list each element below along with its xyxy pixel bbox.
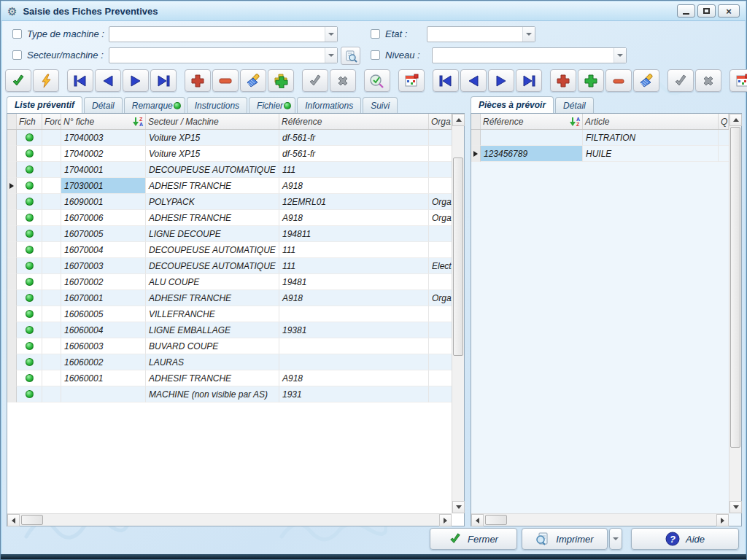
reference-cell[interactable]: 1931 [279, 386, 429, 402]
forc-cell[interactable] [42, 306, 61, 322]
reference-cell[interactable] [481, 130, 583, 146]
forc-cell[interactable] [42, 338, 61, 354]
fich-cell[interactable] [17, 194, 42, 210]
etat-combobox[interactable] [427, 26, 535, 42]
tab-informations[interactable]: Informations [297, 97, 361, 113]
niveau-combobox[interactable] [432, 47, 627, 63]
secteur-cell[interactable]: LIGNE EMBALLAGE [146, 322, 279, 338]
organe-cell[interactable] [429, 226, 452, 242]
reference-cell[interactable] [279, 306, 429, 322]
scroll-down-button[interactable] [729, 501, 742, 513]
reference-cell[interactable]: 12EMRL01 [279, 194, 429, 210]
reference-cell[interactable] [279, 338, 429, 354]
organe-cell[interactable] [429, 370, 452, 386]
n-fiche-cell[interactable]: 16090001 [61, 194, 146, 210]
pieces-nav-first-button[interactable] [433, 69, 459, 92]
secteur-cell[interactable]: LAURAS [146, 354, 279, 370]
organe-cell[interactable] [429, 338, 452, 354]
organe-cell[interactable] [429, 162, 452, 178]
tab-liste-preventif[interactable]: Liste préventif [7, 96, 82, 113]
table-row[interactable]: 16060001 ADHESIF TRANCHE A918 [7, 370, 452, 386]
n-fiche-cell[interactable]: 16060005 [61, 306, 146, 322]
forc-cell[interactable] [42, 242, 61, 258]
forc-cell[interactable] [42, 274, 61, 290]
forc-cell[interactable] [42, 354, 61, 370]
scroll-down-button[interactable] [452, 501, 465, 513]
scroll-left-button[interactable] [7, 514, 20, 526]
reference-cell[interactable]: 19381 [279, 322, 429, 338]
tab-pieces-a-prevoir[interactable]: Pièces à prévoir [471, 96, 554, 113]
row-selector-cell[interactable] [7, 290, 17, 306]
fich-cell[interactable] [17, 258, 42, 274]
scroll-up-button[interactable] [452, 114, 465, 126]
secteur-cell[interactable]: DECOUPEUSE AUTOMATIQUE [146, 258, 279, 274]
fich-cell[interactable] [17, 226, 42, 242]
reference-cell[interactable]: 123456789 [481, 146, 583, 162]
fich-cell[interactable] [17, 306, 42, 322]
secteur-cell[interactable]: LIGNE DECOUPE [146, 226, 279, 242]
table-row[interactable]: 17040003 Voiture XP15 df-561-fr [7, 130, 452, 146]
validate-button[interactable] [5, 69, 31, 92]
row-selector-cell[interactable] [7, 386, 17, 402]
reference-cell[interactable]: 111 [279, 242, 429, 258]
scroll-thumb[interactable] [453, 158, 463, 356]
secteur-cell[interactable]: Voiture XP15 [146, 146, 279, 162]
fiches-horizontal-scrollbar[interactable] [7, 513, 452, 526]
secteur-machine-checkbox[interactable] [12, 50, 22, 60]
reference-cell[interactable]: 19481 [279, 274, 429, 290]
scroll-thumb[interactable] [485, 515, 507, 525]
forc-cell[interactable] [42, 370, 61, 386]
reference-cell[interactable]: df-561-fr [279, 130, 429, 146]
reference-cell[interactable] [279, 354, 429, 370]
article-cell[interactable]: HUILE [583, 146, 719, 162]
reference-cell[interactable]: df-561-fr [279, 146, 429, 162]
row-selector-cell[interactable] [7, 146, 17, 162]
pieces-delete-button[interactable] [605, 69, 632, 92]
organe-cell[interactable]: Organ [429, 290, 452, 306]
row-selector-cell[interactable] [7, 226, 17, 242]
table-row[interactable]: 17040001 DECOUPEUSE AUTOMATIQUE 111 [7, 162, 452, 178]
secteur-cell[interactable]: ADHESIF TRANCHE [146, 370, 279, 386]
combo-dropdown-button[interactable] [325, 27, 337, 42]
forc-cell[interactable] [42, 226, 61, 242]
article-cell[interactable]: FILTRATION [583, 130, 719, 146]
type-machine-combobox[interactable] [109, 26, 338, 42]
nav-next-button[interactable] [123, 69, 149, 92]
secteur-cell[interactable]: ADHESIF TRANCHE [146, 178, 279, 194]
cancel-button-disabled[interactable] [330, 69, 356, 92]
tab-remarque[interactable]: Remarque [124, 97, 185, 113]
table-row[interactable]: 123456789 HUILE [471, 146, 729, 162]
organe-cell[interactable] [429, 386, 452, 402]
reference-cell[interactable]: A918 [279, 178, 429, 194]
scroll-left-button[interactable] [471, 514, 484, 526]
table-row[interactable]: 16070003 DECOUPEUSE AUTOMATIQUE 111 Elec… [7, 258, 452, 274]
n-fiche-cell[interactable]: 16060004 [61, 322, 146, 338]
nav-first-button[interactable] [67, 69, 93, 92]
table-row[interactable]: MACHINE (non visible par AS) 1931 [7, 386, 452, 402]
organe-cell[interactable] [429, 322, 452, 338]
pieces-insert-button[interactable] [578, 69, 604, 92]
fich-cell[interactable] [17, 386, 42, 402]
type-machine-checkbox[interactable] [12, 29, 22, 39]
forc-cell[interactable] [42, 290, 61, 306]
col-header-secteur-machine[interactable]: Secteur / Machine [146, 114, 279, 129]
forc-cell[interactable] [42, 258, 61, 274]
fiches-vertical-scrollbar[interactable] [452, 114, 464, 513]
organe-cell[interactable] [429, 242, 452, 258]
row-selector-cell[interactable] [7, 162, 17, 178]
fich-cell[interactable] [17, 338, 42, 354]
forc-cell[interactable] [42, 130, 61, 146]
organe-cell[interactable] [429, 146, 452, 162]
n-fiche-cell[interactable]: 17030001 [61, 178, 146, 194]
table-row[interactable]: FILTRATION [471, 130, 729, 146]
pieces-cancel-button-disabled[interactable] [695, 69, 721, 92]
fich-cell[interactable] [17, 274, 42, 290]
table-row[interactable]: 16060004 LIGNE EMBALLAGE 19381 [7, 322, 452, 338]
niveau-checkbox[interactable] [371, 50, 380, 60]
fermer-button[interactable]: Fermer [430, 528, 517, 550]
nav-prev-button[interactable] [95, 69, 121, 92]
secteur-cell[interactable]: Voiture XP15 [146, 130, 279, 146]
row-selector-cell[interactable] [7, 370, 17, 386]
pieces-nav-next-button[interactable] [488, 69, 514, 92]
search-validate-button[interactable] [364, 69, 390, 92]
